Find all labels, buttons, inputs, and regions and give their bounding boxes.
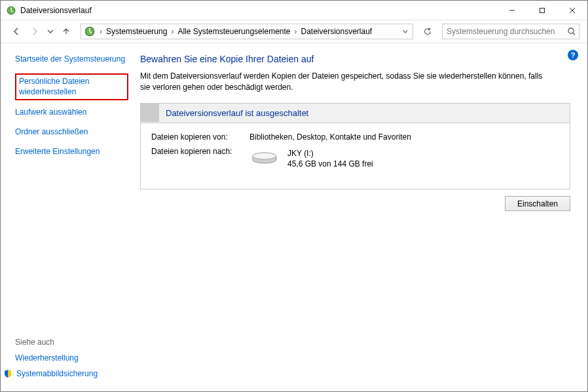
see-also-label: Siehe auch — [15, 338, 128, 347]
help-icon[interactable]: ? — [568, 50, 578, 60]
status-panel-header: Dateiversionsverlauf ist ausgeschaltet — [141, 104, 570, 123]
search-box[interactable] — [442, 24, 579, 39]
search-icon[interactable] — [567, 27, 576, 36]
sidebar-link-exclude-folders[interactable]: Ordner ausschließen — [15, 127, 128, 137]
sidebar-link-system-image-backup-label: Systemabbildsicherung — [16, 369, 98, 378]
maximize-button[interactable] — [527, 1, 557, 20]
recent-locations-button[interactable] — [45, 24, 56, 39]
svg-rect-2 — [540, 8, 545, 12]
svg-line-7 — [573, 33, 575, 35]
sidebar: Startseite der Systemsteuerung Persönlic… — [1, 43, 135, 391]
refresh-button[interactable] — [420, 24, 435, 39]
breadcrumb-seg-1[interactable]: Systemsteuerung — [103, 27, 170, 36]
sidebar-link-recovery-label: Wiederherstellung — [15, 353, 79, 363]
nav-bar: › Systemsteuerung › Alle Systemsteuerung… — [1, 20, 587, 43]
app-icon — [6, 5, 16, 16]
breadcrumb-seg-3[interactable]: Dateiversionsverlauf — [298, 27, 375, 36]
sidebar-link-system-image-backup[interactable]: Systemabbildsicherung — [3, 369, 128, 378]
window-controls — [497, 1, 587, 20]
svg-point-6 — [568, 28, 574, 33]
sidebar-link-restore-files[interactable]: Persönliche Dateien wiederherstellen — [15, 73, 128, 100]
status-panel-title: Dateiversionsverlauf ist ausgeschaltet — [166, 108, 308, 118]
page-heading: Bewahren Sie eine Kopie Ihrer Dateien au… — [140, 54, 570, 64]
chevron-right-icon[interactable]: › — [98, 27, 103, 36]
main-content: Bewahren Sie eine Kopie Ihrer Dateien au… — [135, 43, 587, 391]
close-button[interactable] — [557, 1, 587, 20]
status-panel: Dateiversionsverlauf ist ausgeschaltet D… — [140, 103, 570, 189]
svg-point-9 — [253, 153, 276, 159]
sidebar-link-select-drive[interactable]: Laufwerk auswählen — [15, 107, 128, 117]
chevron-right-icon[interactable]: › — [293, 27, 298, 36]
drive-icon — [249, 149, 280, 168]
chevron-right-icon[interactable]: › — [170, 27, 175, 36]
status-icon — [141, 104, 159, 122]
search-input[interactable] — [445, 26, 567, 37]
breadcrumb[interactable]: › Systemsteuerung › Alle Systemsteuerung… — [81, 24, 413, 39]
breadcrumb-dropdown-button[interactable] — [399, 28, 411, 35]
sidebar-link-advanced-settings[interactable]: Erweiterte Einstellungen — [15, 146, 128, 157]
window-title: Dateiversionsverlauf — [20, 6, 497, 15]
breadcrumb-icon — [84, 26, 96, 37]
back-button[interactable] — [9, 24, 24, 39]
copy-to-label: Dateien kopieren nach: — [151, 147, 249, 156]
shield-icon — [3, 369, 12, 378]
minimize-button[interactable] — [497, 1, 527, 20]
copy-from-value: Bibliotheken, Desktop, Kontakte und Favo… — [249, 132, 559, 142]
sidebar-link-home[interactable]: Startseite der Systemsteuerung — [15, 54, 128, 64]
drive-name: JKY (I:) — [287, 148, 373, 159]
title-bar: Dateiversionsverlauf — [1, 1, 587, 20]
enable-button[interactable]: Einschalten — [505, 196, 570, 211]
breadcrumb-seg-2[interactable]: Alle Systemsteuerungselemente — [175, 27, 293, 36]
copy-from-label: Dateien kopieren von: — [151, 132, 249, 142]
forward-button[interactable] — [27, 24, 43, 39]
sidebar-link-recovery[interactable]: Wiederherstellung — [15, 353, 128, 363]
up-button[interactable] — [58, 24, 74, 39]
page-description: Mit dem Dateiversionsverlauf werden Kopi… — [140, 71, 546, 94]
drive-free-space: 45,6 GB von 144 GB frei — [287, 159, 373, 169]
